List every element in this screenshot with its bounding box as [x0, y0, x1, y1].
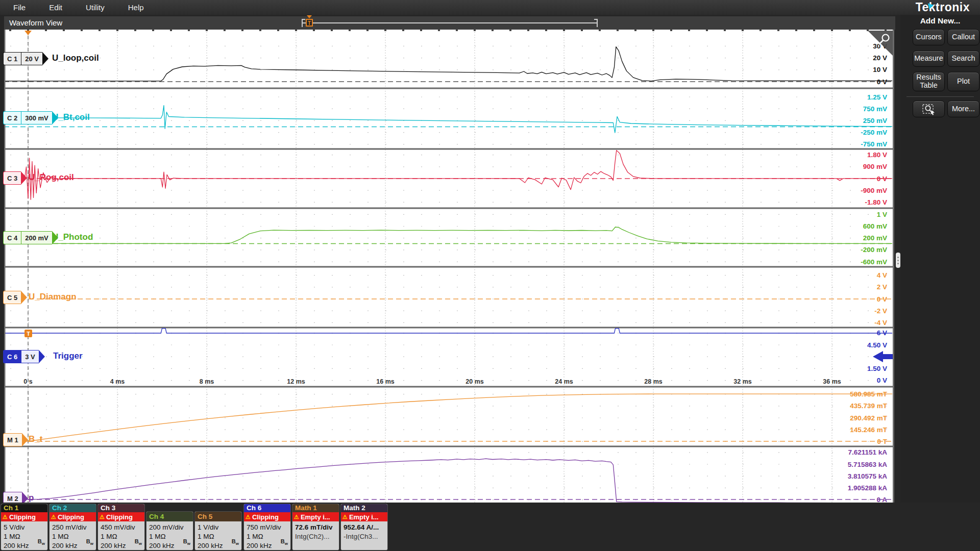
- C4-badge[interactable]: C 4200 mV: [3, 231, 58, 244]
- M1-tick-label: 580.985 mT: [850, 390, 888, 398]
- channel-id: C 6: [3, 350, 21, 363]
- C2-tick-label: 750 mV: [863, 105, 887, 113]
- C1-label: U_loop,coil: [52, 53, 99, 63]
- badge-row: Intg(Ch2)...: [295, 532, 339, 541]
- trigger-position-flag-icon[interactable]: T: [306, 19, 313, 27]
- channel-id: M 1: [3, 433, 22, 446]
- M2-label: p: [29, 493, 34, 503]
- M1-tick-label: 0 T: [877, 438, 887, 445]
- M1-tick-label: 145.246 mT: [850, 426, 888, 434]
- C3-tick-label: 1.80 V: [867, 151, 887, 159]
- badge-title: Ch 3: [98, 504, 144, 512]
- C3-label: U_Rog,coil: [29, 172, 74, 183]
- C4-tick-label: 200 mV: [863, 234, 887, 242]
- badge-body: 200 mV/div1 MΩ200 kHzBw: [146, 521, 193, 550]
- cursors-button[interactable]: Cursors: [913, 29, 945, 45]
- badge-row: 952.64 A/...: [344, 523, 387, 532]
- badge-row: 250 mV/div: [52, 523, 96, 532]
- plot-button[interactable]: Plot: [947, 72, 979, 91]
- badge-ch-1[interactable]: Ch 1⚠Clipping5 V/div1 MΩ200 kHzBw: [1, 504, 47, 550]
- results-table-button[interactable]: Results Table: [913, 72, 945, 91]
- bandwidth-icon: Bw: [38, 537, 45, 548]
- C2-badge[interactable]: C 2300 mV: [3, 111, 58, 124]
- status-strip: ⚠Empty i...: [292, 512, 339, 521]
- channel-id: C 3: [3, 171, 21, 185]
- time-axis-label: 0 s: [23, 378, 32, 385]
- C1-tick-label: 20 V: [873, 54, 887, 62]
- badge-row: 750 mV/div: [247, 523, 290, 532]
- badge-math-2[interactable]: Math 2⚠Empty i...952.64 A/...-Intg(Ch3..…: [341, 504, 387, 550]
- C2-tick-label: 250 mV: [863, 117, 887, 124]
- badge-arrow-icon: [21, 171, 27, 185]
- menu-file[interactable]: File: [13, 3, 26, 12]
- hpos-left-bracket: [302, 19, 303, 27]
- C5-badge[interactable]: C 5: [3, 291, 27, 304]
- C1-badge[interactable]: C 120 V: [3, 52, 48, 65]
- C2-label: U_Bt,coil: [52, 112, 90, 122]
- warning-icon: ⚠: [51, 514, 56, 520]
- badge-title: Math 1: [292, 504, 339, 512]
- C1-tick-label: 10 V: [873, 66, 887, 73]
- C6-tick-label: 6 V: [877, 329, 887, 337]
- badge-body: 1 V/div1 MΩ200 kHzBw: [195, 521, 241, 550]
- badge-arrow-icon: [22, 433, 28, 446]
- badge-title: Ch 5: [195, 512, 241, 521]
- badge-ch-6[interactable]: Ch 6⚠Clipping750 mV/div1 MΩ200 kHzBw: [244, 504, 290, 550]
- right-sidebar: Add New... Cursors Callout Measure Searc…: [900, 15, 980, 503]
- badge-row: -Intg(Ch3...: [344, 532, 387, 541]
- plot-resize-handle[interactable]: [896, 253, 900, 268]
- C6-badge[interactable]: C 63 V: [3, 350, 45, 363]
- measure-button[interactable]: Measure: [913, 51, 945, 67]
- status-strip: ⚠Clipping: [1, 512, 47, 521]
- status-strip: ⚠Clipping: [244, 512, 290, 521]
- status-strip: ⚠Clipping: [98, 512, 144, 521]
- badge-title: Ch 6: [244, 504, 290, 512]
- bandwidth-icon: Bw: [281, 537, 288, 548]
- warning-icon: ⚠: [246, 514, 251, 520]
- channel-id: C 1: [3, 52, 21, 65]
- horizontal-position-bar[interactable]: [303, 22, 598, 23]
- M2-tick-label: 7.621151 kA: [848, 448, 887, 456]
- callout-button[interactable]: Callout: [947, 29, 979, 45]
- badge-ch-4[interactable]: Ch 4200 mV/div1 MΩ200 kHzBw: [146, 512, 193, 550]
- add-new-title: Add New...: [900, 16, 980, 26]
- plot-right-border: [893, 30, 894, 504]
- C5-tick-label: -4 V: [874, 319, 887, 327]
- menu-edit[interactable]: Edit: [49, 3, 62, 12]
- waveform-plot[interactable]: 30 V20 V10 V0 V1.25 V750 mV250 mV-250 mV…: [4, 30, 894, 504]
- C5-tick-label: -2 V: [874, 307, 887, 315]
- time-axis-label: 20 ms: [465, 378, 483, 385]
- menu-help[interactable]: Help: [128, 3, 144, 12]
- status-strip: ⚠Empty i...: [341, 512, 387, 521]
- M2-tick-label: 5.715863 kA: [848, 461, 888, 468]
- time-axis-label: 24 ms: [555, 378, 573, 385]
- warning-icon: ⚠: [294, 514, 299, 520]
- menu-utility[interactable]: Utility: [86, 3, 105, 12]
- badge-body: 450 mV/div1 MΩ200 kHzBw: [98, 521, 144, 550]
- M2-tick-label: 3.810575 kA: [848, 472, 888, 480]
- time-axis-label: 36 ms: [823, 378, 841, 385]
- hpos-right-bracket: [597, 19, 598, 27]
- C5-tick-label: 4 V: [877, 271, 887, 279]
- badge-ch-5[interactable]: Ch 51 V/div1 MΩ200 kHzBw: [195, 512, 241, 550]
- zoom-select-button[interactable]: [913, 101, 945, 117]
- C3-tick-label: -1.80 V: [865, 198, 887, 206]
- badge-ch-2[interactable]: Ch 2⚠Clipping250 mV/div1 MΩ200 kHzBw: [50, 504, 96, 550]
- badge-body: 952.64 A/...-Intg(Ch3...: [341, 521, 387, 550]
- channel-scale: 20 V: [21, 52, 42, 65]
- more-button[interactable]: More...: [947, 101, 979, 117]
- time-axis-label: 4 ms: [110, 378, 125, 385]
- badge-math-1[interactable]: Math 1⚠Empty i...72.6 mT/divIntg(Ch2)...: [292, 504, 339, 550]
- M1-badge[interactable]: M 1: [3, 433, 28, 446]
- bandwidth-icon: Bw: [183, 537, 190, 548]
- search-button[interactable]: Search: [947, 51, 979, 67]
- badge-ch-3[interactable]: Ch 3⚠Clipping450 mV/div1 MΩ200 kHzBw: [98, 504, 144, 550]
- warning-icon: ⚠: [3, 514, 8, 520]
- channel-id: C 2: [3, 111, 21, 124]
- channel-id: C 5: [3, 291, 21, 304]
- channel-scale: 300 mV: [21, 111, 52, 124]
- waveform-view-title: Waveform View: [9, 18, 62, 27]
- C3-badge[interactable]: C 3: [3, 171, 27, 185]
- oscilloscope-screen: File Edit Utility Help Tektronix Wavefor…: [0, 0, 980, 551]
- waveform-canvas: 30 V20 V10 V0 V1.25 V750 mV250 mV-250 mV…: [4, 30, 894, 504]
